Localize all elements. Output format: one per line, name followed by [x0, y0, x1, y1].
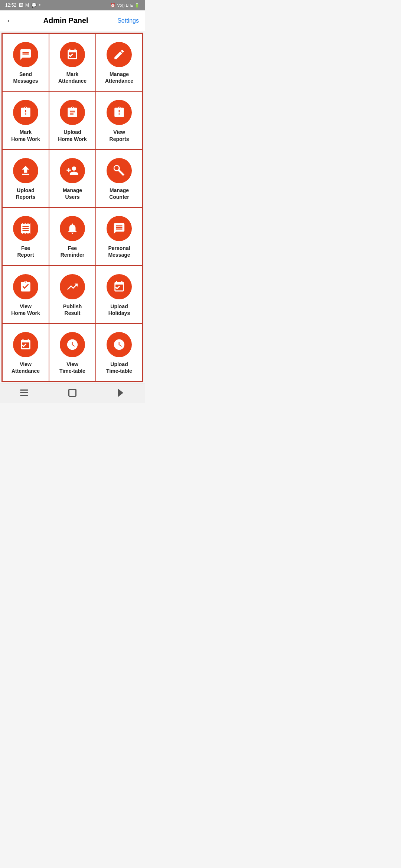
grid-label-upload-homework: UploadHome Work — [58, 129, 87, 142]
grid-item-manage-counter[interactable]: ManageCounter — [96, 149, 143, 207]
grid-label-upload-reports: UploadReports — [16, 187, 36, 200]
grid-label-mark-attendance: MarkAttendance — [58, 71, 87, 84]
calendar-check-icon — [60, 42, 85, 67]
grid-label-send-messages: SendMessages — [13, 71, 38, 84]
grid-item-mark-attendance[interactable]: MarkAttendance — [49, 33, 96, 91]
grid-item-fee-report[interactable]: FeeReport — [2, 207, 49, 265]
add-person-icon — [60, 158, 85, 183]
admin-grid-container: SendMessagesMarkAttendanceManageAttendan… — [1, 33, 143, 382]
report-exclaim-icon — [107, 100, 132, 125]
grid-label-publish-result: PublishResult — [63, 303, 82, 316]
grid-item-view-reports[interactable]: ViewReports — [96, 91, 143, 149]
status-right: ⏰ Vo)) LTE 🔋 — [110, 3, 140, 8]
clipboard-check-icon — [13, 274, 38, 299]
alarm-icon: ⏰ — [110, 3, 115, 8]
status-left: 12:52 🖼 M 💬 • — [5, 3, 40, 8]
page-title: Admin Panel — [43, 16, 88, 25]
dot-icon: • — [39, 3, 40, 8]
nav-back-button[interactable] — [113, 387, 128, 399]
grid-item-mark-homework[interactable]: MarkHome Work — [2, 91, 49, 149]
time-display: 12:52 — [5, 3, 16, 8]
grid-item-view-timetable[interactable]: ViewTime-table — [49, 323, 96, 381]
grid-label-mark-homework: MarkHome Work — [11, 129, 40, 142]
chat-lines-icon — [107, 216, 132, 241]
grid-item-view-attendance[interactable]: ViewAttendance — [2, 323, 49, 381]
grid-label-upload-holidays: UploadHolidays — [108, 303, 130, 316]
grid-label-view-homework: ViewHome Work — [11, 303, 40, 316]
grid-label-manage-users: ManageUsers — [63, 187, 82, 200]
grid-label-fee-reminder: FeeReminder — [61, 245, 85, 258]
pencil-icon — [107, 42, 132, 67]
bell-icon — [60, 216, 85, 241]
grid-item-upload-timetable[interactable]: UploadTime-table — [96, 323, 143, 381]
grid-label-manage-attendance: ManageAttendance — [105, 71, 133, 84]
grid-label-fee-report: FeeReport — [17, 245, 34, 258]
grid-item-manage-attendance[interactable]: ManageAttendance — [96, 33, 143, 91]
nav-home-button[interactable] — [65, 387, 80, 399]
grid-item-upload-homework[interactable]: UploadHome Work — [49, 91, 96, 149]
signal-text: Vo)) LTE — [117, 3, 133, 7]
menu-icon — [20, 389, 28, 396]
grid-item-send-messages[interactable]: SendMessages — [2, 33, 49, 91]
grid-label-view-timetable: ViewTime-table — [59, 361, 85, 374]
grid-label-manage-counter: ManageCounter — [109, 187, 129, 200]
grid-item-upload-reports[interactable]: UploadReports — [2, 149, 49, 207]
grid-label-view-reports: ViewReports — [110, 129, 129, 142]
home-icon — [68, 389, 76, 397]
photo-icon: 🖼 — [19, 3, 23, 8]
clock2-icon — [107, 332, 132, 357]
grid-item-view-homework[interactable]: ViewHome Work — [2, 266, 49, 323]
gmail-icon: M — [25, 3, 29, 8]
settings-button[interactable]: Settings — [117, 17, 139, 24]
cal-tick-icon — [13, 332, 38, 357]
message-icon: 💬 — [31, 3, 37, 8]
bottom-navigation — [0, 384, 145, 403]
nav-menu-button[interactable] — [17, 387, 32, 399]
clock-icon — [60, 332, 85, 357]
clipboard-exclaim-icon — [13, 100, 38, 125]
header: ← Admin Panel Settings — [0, 10, 145, 31]
grid-item-manage-users[interactable]: ManageUsers — [49, 149, 96, 207]
grid-item-publish-result[interactable]: PublishResult — [49, 266, 96, 323]
grid-label-view-attendance: ViewAttendance — [12, 361, 40, 374]
battery-icon: 🔋 — [134, 3, 140, 8]
grid-item-upload-holidays[interactable]: UploadHolidays — [96, 266, 143, 323]
chat-icon — [13, 42, 38, 67]
admin-grid: SendMessagesMarkAttendanceManageAttendan… — [2, 33, 143, 381]
grid-label-personal-message: PersonalMessage — [108, 245, 130, 258]
grid-label-upload-timetable: UploadTime-table — [106, 361, 132, 374]
calendar-check2-icon — [107, 274, 132, 299]
back-button[interactable]: ← — [6, 16, 14, 26]
upload-arrow-icon — [13, 158, 38, 183]
trending-up-icon — [60, 274, 85, 299]
grid-item-personal-message[interactable]: PersonalMessage — [96, 207, 143, 265]
key-icon — [107, 158, 132, 183]
clipboard-list-icon — [60, 100, 85, 125]
receipt-icon — [13, 216, 38, 241]
grid-item-fee-reminder[interactable]: FeeReminder — [49, 207, 96, 265]
back-icon — [118, 389, 123, 397]
status-bar: 12:52 🖼 M 💬 • ⏰ Vo)) LTE 🔋 — [0, 0, 145, 10]
